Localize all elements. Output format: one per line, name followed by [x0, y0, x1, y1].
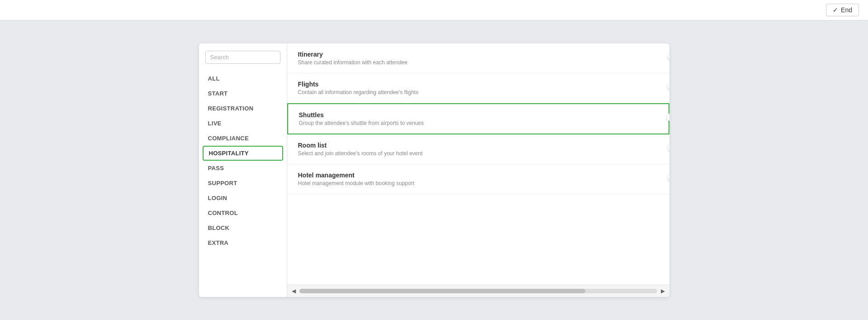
content-area: Itinerary Share curated information with… [287, 43, 669, 297]
feature-title-flights: Flights [298, 81, 418, 88]
top-bar: ✓ End [0, 0, 868, 20]
sidebar-item-support[interactable]: SUPPORT [199, 176, 287, 191]
feature-desc-hotel-management: Hotel management module with booking sup… [298, 180, 414, 186]
main-content: ALL START REGISTRATION LIVE COMPLIANCE H… [0, 20, 868, 320]
feature-row-room-list: Room list Select and join attendee's roo… [287, 134, 669, 164]
sidebar-item-hospitality[interactable]: HOSPITALITY [203, 146, 283, 161]
scroll-thumb [299, 289, 586, 293]
end-button[interactable]: ✓ End [826, 4, 859, 16]
feature-info-flights: Flights Contain all information regardin… [298, 81, 418, 96]
feature-info-itinerary: Itinerary Share curated information with… [298, 51, 408, 66]
sidebar-item-compliance[interactable]: COMPLIANCE [199, 131, 287, 146]
search-container [199, 51, 287, 71]
scrollbar-area: ◀ ▶ [287, 285, 669, 297]
feature-desc-shuttles: Group the attendee's shuttle from airpor… [299, 120, 424, 126]
content-spacer [287, 194, 669, 285]
sidebar-item-block[interactable]: BLOCK [199, 220, 287, 235]
scroll-left-arrow[interactable]: ◀ [290, 287, 298, 295]
scroll-track[interactable] [299, 289, 657, 293]
feature-info-hotel-management: Hotel management Hotel management module… [298, 172, 414, 186]
panel-container: ALL START REGISTRATION LIVE COMPLIANCE H… [199, 43, 669, 297]
feature-desc-flights: Contain all information regarding attend… [298, 89, 418, 96]
feature-info-shuttles: Shuttles Group the attendee's shuttle fr… [299, 111, 424, 126]
sidebar-item-extra[interactable]: EXTRA [199, 235, 287, 250]
feature-desc-room-list: Select and join attendee's rooms of your… [298, 150, 423, 157]
sidebar-item-live[interactable]: LIVE [199, 116, 287, 131]
sidebar-item-control[interactable]: CONTROL [199, 205, 287, 220]
feature-title-shuttles: Shuttles [299, 111, 424, 119]
feature-row-shuttles: Shuttles Group the attendee's shuttle fr… [287, 103, 669, 134]
feature-row-hotel-management: Hotel management Hotel management module… [287, 164, 669, 194]
sidebar-item-registration[interactable]: REGISTRATION [199, 101, 287, 116]
scroll-right-arrow[interactable]: ▶ [659, 287, 667, 295]
feature-desc-itinerary: Share curated information with each atte… [298, 59, 408, 66]
feature-title-hotel-management: Hotel management [298, 172, 414, 179]
sidebar-item-login[interactable]: LOGIN [199, 191, 287, 205]
feature-title-room-list: Room list [298, 142, 423, 149]
search-input[interactable] [205, 51, 280, 64]
feature-info-room-list: Room list Select and join attendee's roo… [298, 142, 423, 157]
feature-title-itinerary: Itinerary [298, 51, 408, 58]
sidebar-item-all[interactable]: ALL [199, 71, 287, 86]
checkmark-icon: ✓ [833, 6, 838, 14]
sidebar-item-pass[interactable]: PASS [199, 161, 287, 176]
sidebar-item-start[interactable]: START [199, 86, 287, 101]
end-button-label: End [841, 6, 852, 14]
feature-row-itinerary: Itinerary Share curated information with… [287, 43, 669, 73]
sidebar: ALL START REGISTRATION LIVE COMPLIANCE H… [199, 43, 287, 297]
feature-row-flights: Flights Contain all information regardin… [287, 73, 669, 103]
